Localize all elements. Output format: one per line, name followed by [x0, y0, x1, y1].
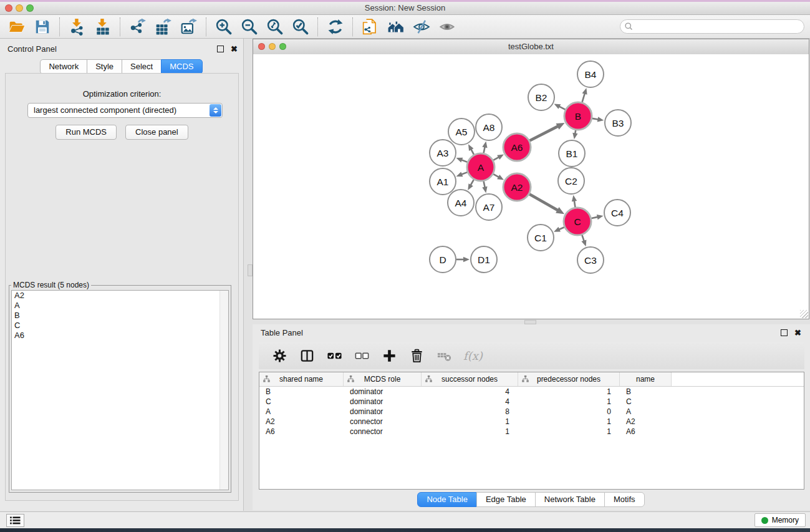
graph-node-B4[interactable]: B4: [577, 61, 604, 87]
table-cell[interactable]: dominator: [344, 397, 422, 406]
column-header-mcds-role[interactable]: MCDS role: [344, 372, 422, 386]
result-item[interactable]: A: [12, 301, 228, 311]
zoom-in-button[interactable]: [211, 16, 236, 37]
table-cell[interactable]: C: [259, 397, 344, 406]
table-cell[interactable]: A: [259, 407, 344, 416]
result-item[interactable]: C: [12, 321, 228, 331]
graph-node-C[interactable]: C: [564, 208, 591, 235]
table-cell[interactable]: connector: [344, 417, 422, 426]
import-table-button[interactable]: [90, 16, 115, 37]
export-image-button[interactable]: [176, 16, 201, 37]
result-item[interactable]: B: [12, 311, 228, 321]
export-network-button[interactable]: [125, 16, 150, 37]
table-cell[interactable]: dominator: [344, 387, 422, 396]
table-cell[interactable]: 1: [422, 417, 518, 426]
table-cell[interactable]: A6: [620, 427, 672, 436]
table-cell[interactable]: 1: [422, 427, 518, 436]
graph-node-A1[interactable]: A1: [430, 168, 456, 195]
close-panel-icon[interactable]: ✖: [231, 46, 238, 52]
delete-column-button[interactable]: [406, 345, 427, 366]
export-table-button[interactable]: [150, 16, 176, 37]
table-row[interactable]: Cdominator41C: [259, 397, 804, 407]
window-resize-grip[interactable]: [800, 310, 808, 318]
table-settings-button[interactable]: [269, 345, 290, 366]
table-cell[interactable]: 1: [518, 427, 620, 436]
column-visibility-button[interactable]: [296, 345, 317, 366]
graph-node-B2[interactable]: B2: [528, 84, 554, 110]
graph-node-A5[interactable]: A5: [448, 118, 475, 145]
graph-node-B1[interactable]: B1: [559, 140, 585, 167]
home-button[interactable]: [383, 16, 408, 37]
close-panel-button[interactable]: Close panel: [125, 125, 188, 140]
graph-node-A2[interactable]: A2: [503, 173, 531, 201]
table-cell[interactable]: 8: [422, 407, 518, 416]
table-cell[interactable]: dominator: [344, 407, 422, 416]
tab-network[interactable]: Network: [40, 59, 87, 74]
result-scrollbar[interactable]: [219, 291, 228, 490]
zoom-fit-button[interactable]: [262, 16, 287, 37]
result-item[interactable]: A6: [12, 331, 228, 341]
graph-node-B[interactable]: B: [564, 102, 592, 130]
tab-motifs[interactable]: Motifs: [604, 492, 645, 507]
search-input[interactable]: [620, 19, 804, 34]
network-zoom-button[interactable]: [279, 43, 286, 50]
new-network-button[interactable]: [357, 16, 383, 37]
graph-edge-B-B4[interactable]: [582, 93, 586, 102]
select-all-button[interactable]: [324, 345, 345, 366]
graph-node-A[interactable]: A: [467, 153, 494, 181]
graph-node-B3[interactable]: B3: [605, 110, 631, 136]
close-window-button[interactable]: [5, 4, 12, 12]
column-header-name[interactable]: name: [620, 372, 672, 386]
table-row[interactable]: A6connector11A6: [259, 427, 804, 437]
import-network-button[interactable]: [64, 16, 90, 37]
table-row[interactable]: A2connector11A2: [259, 417, 804, 427]
refresh-layout-button[interactable]: [322, 16, 348, 37]
column-header-successor-nodes[interactable]: successor nodes: [422, 372, 518, 386]
table-cell[interactable]: A: [620, 407, 672, 416]
criterion-dropdown[interactable]: largest connected component (directed): [27, 103, 223, 118]
tab-style[interactable]: Style: [87, 59, 122, 74]
table-cell[interactable]: B: [620, 387, 672, 396]
splitter-handle-vertical[interactable]: [248, 264, 253, 276]
graph-node-C3[interactable]: C3: [577, 247, 604, 273]
add-column-button[interactable]: [378, 345, 400, 366]
table-cell[interactable]: 1: [518, 387, 620, 396]
open-file-button[interactable]: [4, 16, 29, 37]
graph-edge-A6-B[interactable]: [529, 126, 558, 141]
table-cell[interactable]: 4: [422, 387, 518, 396]
task-history-button[interactable]: [6, 514, 24, 527]
minimize-window-button[interactable]: [16, 4, 23, 12]
network-close-button[interactable]: [258, 43, 265, 50]
save-session-button[interactable]: [29, 16, 55, 37]
graph-node-C1[interactable]: C1: [528, 225, 554, 251]
tab-select[interactable]: Select: [122, 59, 162, 74]
hide-panel-button[interactable]: [408, 16, 434, 37]
table-cell[interactable]: 1: [518, 417, 620, 426]
zoom-out-button[interactable]: [236, 16, 262, 37]
zoom-selected-button[interactable]: [287, 16, 313, 37]
splitter-handle-horizontal[interactable]: [524, 320, 536, 324]
table-row[interactable]: Bdominator41B: [259, 387, 804, 397]
table-close-panel-icon[interactable]: ✖: [794, 330, 801, 336]
table-cell[interactable]: A2: [259, 417, 344, 426]
table-cell[interactable]: 4: [422, 397, 518, 406]
column-header-shared-name[interactable]: shared name: [259, 372, 344, 386]
graph-node-C4[interactable]: C4: [604, 200, 630, 226]
graph-node-A6[interactable]: A6: [503, 133, 531, 161]
tab-edge-table[interactable]: Edge Table: [476, 492, 536, 507]
network-minimize-button[interactable]: [269, 43, 276, 50]
graph-node-A3[interactable]: A3: [430, 140, 456, 166]
table-cell[interactable]: B: [259, 387, 344, 396]
deselect-all-button[interactable]: [351, 345, 372, 366]
table-cell[interactable]: A6: [259, 427, 344, 436]
tab-network-table[interactable]: Network Table: [535, 492, 605, 507]
graph-node-D[interactable]: D: [430, 246, 456, 273]
graph-node-C2[interactable]: C2: [558, 168, 584, 194]
graph-node-A4[interactable]: A4: [448, 190, 474, 216]
table-row[interactable]: Adominator80A: [259, 407, 804, 417]
zoom-window-button[interactable]: [26, 4, 34, 12]
tab-mcds[interactable]: MCDS: [161, 59, 202, 74]
column-header-predecessor-nodes[interactable]: predecessor nodes: [518, 372, 620, 386]
table-cell[interactable]: 1: [518, 397, 620, 406]
run-mcds-button[interactable]: Run MCDS: [55, 125, 117, 140]
